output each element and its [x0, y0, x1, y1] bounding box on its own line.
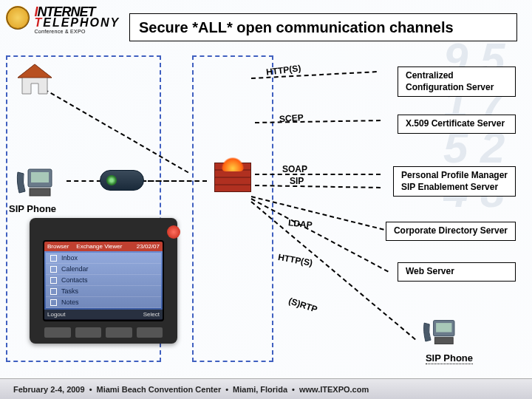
server-config: CentralizedConfiguration Server [398, 66, 516, 97]
phone-hard-buttons [44, 327, 163, 338]
list-item: Tasks [46, 286, 161, 297]
house-icon [16, 63, 53, 96]
protocol-scep: SCEP [279, 112, 304, 124]
list-item: Calendar [46, 264, 161, 275]
svg-rect-4 [30, 188, 50, 196]
connector [148, 180, 207, 182]
sip-phone-icon [421, 318, 458, 347]
phone-tab-browser: Browser [47, 243, 69, 250]
server-directory: Corporate Directory Server [386, 222, 516, 241]
sip-phone-icon [15, 166, 55, 200]
phone-time: 23/02/07 [137, 243, 160, 250]
svg-marker-1 [18, 64, 52, 78]
badge-icon [6, 6, 30, 30]
firewall-icon [214, 163, 251, 200]
phone-softkey-select: Select [143, 311, 160, 318]
phone-softkey-logout: Logout [47, 311, 65, 318]
sip-phone-label: SIP Phone [9, 203, 56, 214]
list-item: Inbox [46, 253, 161, 264]
phone-tab-exchange: Exchange Viewer [76, 243, 122, 250]
gateway-icon [100, 170, 144, 191]
list-item: Contacts [46, 275, 161, 286]
footer: February 2-4, 2009• Miami Beach Conventi… [0, 378, 532, 399]
svg-rect-3 [31, 172, 49, 183]
page-title: Secure *ALL* open communication channels [129, 13, 517, 41]
phone-menu-list: Inbox Calendar Contacts Tasks Notes [44, 251, 163, 310]
list-item: Notes [46, 297, 161, 308]
phone-nav-button [167, 225, 180, 239]
protocol-soap: SOAP [282, 164, 307, 174]
server-ppm: Personal Profile ManagerSIP Enablement S… [393, 166, 516, 197]
svg-rect-6 [436, 323, 451, 332]
phone-device: Browser Exchange Viewer 23/02/07 Inbox C… [30, 218, 177, 344]
svg-rect-7 [434, 338, 453, 344]
connector [255, 174, 381, 175]
protocol-sip: SIP [290, 176, 304, 186]
sip-phone-label: SIP Phone [426, 352, 473, 364]
server-cert: X.509 Certificate Server [398, 115, 516, 134]
phone-display: Browser Exchange Viewer 23/02/07 Inbox C… [43, 240, 164, 321]
server-web: Web Server [398, 262, 516, 282]
conference-logo: INTERNET TELEPHONY Conference & EXPO [6, 6, 128, 50]
